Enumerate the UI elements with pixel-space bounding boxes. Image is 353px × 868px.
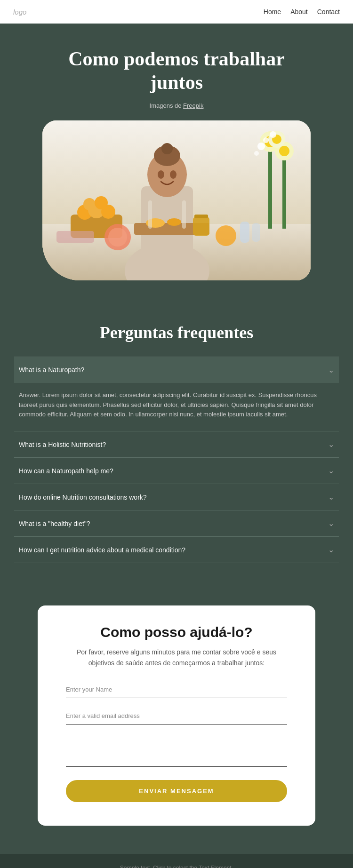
- hero-subtitle: Imagens de Freepik: [14, 102, 339, 109]
- svg-rect-17: [193, 217, 209, 236]
- header: logo Home About Contact: [0, 0, 353, 24]
- svg-rect-25: [282, 153, 286, 229]
- svg-rect-40: [56, 231, 94, 243]
- faq-header-5[interactable]: What is a "healthy diet"? ⌄: [14, 510, 339, 536]
- faq-question-6: How can I get nutrition advice about a m…: [19, 546, 185, 554]
- faq-header-2[interactable]: What is a Holistic Nutritionist? ⌄: [14, 431, 339, 457]
- nav-home[interactable]: Home: [264, 8, 281, 16]
- hero-illustration: [42, 120, 311, 280]
- navigation: Home About Contact: [264, 8, 340, 16]
- contact-description: Por favor, reserve alguns minutos para m…: [66, 647, 287, 668]
- faq-item-5: What is a "healthy diet"? ⌄: [14, 510, 339, 537]
- faq-question-3: How can a Naturopath help me?: [19, 467, 113, 475]
- nav-contact[interactable]: Contact: [317, 8, 340, 16]
- svg-point-13: [95, 196, 108, 209]
- logo: logo: [13, 8, 26, 16]
- contact-heading: Como posso ajudá-lo?: [66, 624, 287, 640]
- faq-question-2: What is a Holistic Nutritionist?: [19, 441, 106, 448]
- footer: Sample text. Click to select the Text El…: [0, 854, 353, 868]
- faq-item-3: How can a Naturopath help me? ⌄: [14, 458, 339, 484]
- faq-answer-1: Answer. Lorem ipsum dolor sit amet, cons…: [14, 383, 339, 431]
- faq-question-4: How do online Nutrition consultations wo…: [19, 494, 147, 501]
- chevron-down-icon-1: ⌄: [328, 366, 334, 374]
- faq-item-2: What is a Holistic Nutritionist? ⌄: [14, 431, 339, 458]
- svg-point-34: [270, 131, 276, 138]
- faq-item-4: How do online Nutrition consultations wo…: [14, 484, 339, 510]
- svg-rect-18: [194, 215, 208, 218]
- name-input[interactable]: [66, 681, 287, 698]
- email-input[interactable]: [66, 708, 287, 725]
- chevron-down-icon-2: ⌄: [328, 440, 334, 449]
- svg-rect-38: [148, 200, 152, 229]
- chevron-down-icon-6: ⌄: [328, 545, 334, 554]
- svg-point-21: [216, 225, 236, 246]
- svg-point-6: [161, 143, 173, 154]
- chevron-down-icon-3: ⌄: [328, 466, 334, 475]
- hero-section: Como podemos trabalhar juntos Imagens de…: [0, 24, 353, 295]
- faq-header-6[interactable]: How can I get nutrition advice about a m…: [14, 537, 339, 563]
- contact-section: Como posso ajudá-lo? Por favor, reserve …: [0, 582, 353, 854]
- svg-rect-24: [268, 144, 272, 229]
- faq-header-3[interactable]: How can a Naturopath help me? ⌄: [14, 458, 339, 484]
- faq-header-4[interactable]: How do online Nutrition consultations wo…: [14, 484, 339, 510]
- submit-button[interactable]: ENVIAR MENSAGEM: [66, 780, 287, 802]
- svg-point-20: [108, 228, 127, 247]
- svg-point-33: [263, 137, 269, 143]
- faq-heading: Perguntas frequentes: [14, 323, 339, 342]
- svg-rect-22: [240, 222, 249, 243]
- svg-point-35: [254, 151, 259, 156]
- faq-header-1[interactable]: What is a Naturopath? ⌄: [14, 357, 339, 383]
- svg-point-12: [83, 198, 96, 210]
- faq-item-6: How can I get nutrition advice about a m…: [14, 537, 339, 563]
- chevron-down-icon-5: ⌄: [328, 519, 334, 528]
- svg-point-29: [279, 146, 289, 156]
- svg-point-37: [170, 170, 176, 179]
- hero-image-inner: [42, 120, 311, 280]
- svg-point-16: [167, 218, 181, 226]
- nav-about[interactable]: About: [290, 8, 308, 16]
- hero-image: [42, 120, 311, 280]
- faq-section: Perguntas frequentes What is a Naturopat…: [0, 295, 353, 582]
- message-textarea[interactable]: [66, 734, 287, 767]
- chevron-down-icon-4: ⌄: [328, 493, 334, 502]
- svg-rect-39: [182, 200, 186, 229]
- hero-title: Como podemos trabalhar juntos: [45, 47, 308, 95]
- contact-card: Como posso ajudá-lo? Por favor, reserve …: [38, 605, 315, 826]
- faq-item-1: What is a Naturopath? ⌄ Answer. Lorem ip…: [14, 357, 339, 431]
- faq-question-5: What is a "healthy diet"?: [19, 520, 90, 527]
- svg-rect-23: [252, 223, 260, 242]
- svg-point-32: [257, 143, 265, 150]
- footer-text: Sample text. Click to select the Text El…: [120, 865, 233, 868]
- freepik-link[interactable]: Freepik: [183, 102, 203, 109]
- faq-question-1: What is a Naturopath?: [19, 366, 84, 374]
- svg-point-36: [158, 170, 164, 179]
